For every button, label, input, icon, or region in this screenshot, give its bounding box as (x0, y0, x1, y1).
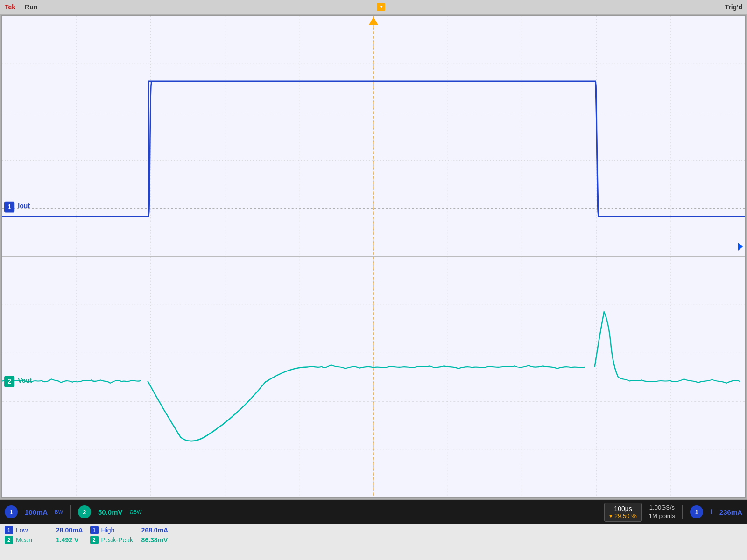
ch1-badge[interactable]: 1 (5, 505, 18, 518)
sample-rate: 1.00GS/s (649, 504, 675, 512)
meas-badge-ch1: 1 (90, 526, 99, 534)
measurement-item: 1High268.0mA (90, 526, 169, 534)
record-length: 1M points (649, 512, 675, 520)
ch2-badge[interactable]: 2 (78, 505, 91, 518)
meas-label: Low (16, 526, 53, 534)
grid-svg: 1 Iout 2 (2, 16, 745, 497)
meas-label: Mean (16, 536, 53, 544)
ch2-suffix: ΩBW (129, 509, 141, 515)
meas-badge-ch2: 2 (90, 536, 99, 544)
ch2-value: 50.0mV (98, 508, 123, 516)
meas-badge-ch2: 2 (5, 536, 13, 544)
meas-badge-ch1: 1 (5, 526, 13, 534)
trigger-indicator: ▾ (377, 3, 385, 11)
measurements-panel: 1Low28.00mA1High268.0mA2Mean1.492 V2Peak… (5, 526, 168, 558)
screen-area: 1 Iout 2 (0, 14, 747, 499)
svg-text:Iout: Iout (18, 202, 30, 210)
ch1-func-value: 236mA (719, 508, 742, 516)
controls-bar: 1 100mA BW 2 50.0mV ΩBW 100μs ▾ 29.50 % (0, 499, 747, 560)
meas-value: 28.00mA (56, 526, 83, 534)
separator-1 (70, 505, 71, 519)
meas-value: 1.492 V (56, 536, 78, 544)
ch1-num: 1 (9, 509, 13, 516)
separator-2 (682, 505, 683, 519)
time-div-value: 100μs (609, 505, 636, 512)
oscilloscope-screen: 1 Iout 2 (1, 15, 746, 498)
measurement-item: 2Peak-Peak86.38mV (90, 536, 169, 544)
trigger-pct-value: ▾ 29.50 % (609, 512, 636, 519)
trig-label: Trig'd (725, 3, 742, 11)
meas-value: 268.0mA (141, 526, 169, 534)
time-ctrl-group: 100μs ▾ 29.50 % 1.00GS/s 1M points 1 f 2… (604, 503, 742, 522)
ch2-num: 2 (83, 509, 86, 516)
ch1-suffix: BW (55, 509, 63, 515)
ch1-value: 100mA (25, 508, 48, 516)
controls-bottom: 1Low28.00mA1High268.0mA2Mean1.492 V2Peak… (0, 524, 747, 560)
brand-label: Tek (5, 3, 15, 11)
meas-value: 86.38mV (141, 536, 168, 544)
trigger-cursor-top: ▾ (377, 3, 385, 11)
measurement-item: 1Low28.00mA (5, 526, 83, 534)
meas-label: Peak-Peak (101, 536, 139, 544)
run-label: Run (25, 3, 37, 11)
ch1-func-num: 1 (695, 509, 698, 516)
ch1-func-badge[interactable]: 1 (690, 505, 703, 518)
time-div-box[interactable]: 100μs ▾ 29.50 % (604, 503, 641, 522)
ch1-func-label: f (710, 508, 712, 516)
acq-info: 1.00GS/s 1M points (649, 504, 675, 520)
measurement-item: 2Mean1.492 V (5, 536, 83, 544)
svg-text:Vout: Vout (18, 376, 32, 384)
svg-text:1: 1 (7, 203, 11, 210)
meas-label: High (101, 526, 139, 534)
controls-top: 1 100mA BW 2 50.0mV ΩBW 100μs ▾ 29.50 % (0, 500, 747, 524)
oscilloscope: Tek Run ▾ Trig'd (0, 0, 747, 560)
top-bar: Tek Run ▾ Trig'd (0, 0, 747, 14)
svg-text:2: 2 (7, 378, 11, 385)
